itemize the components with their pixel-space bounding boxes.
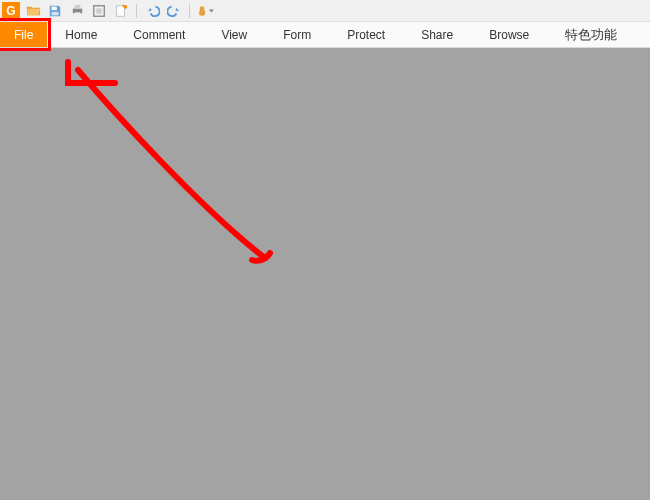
tab-browse[interactable]: Browse	[471, 22, 547, 47]
svg-rect-3	[74, 5, 80, 9]
app-logo-icon[interactable]: G	[2, 2, 20, 20]
new-blank-icon[interactable]	[112, 2, 130, 20]
tab-special-features[interactable]: 特色功能	[547, 22, 635, 47]
undo-icon[interactable]	[143, 2, 161, 20]
tab-protect[interactable]: Protect	[329, 22, 403, 47]
print-icon[interactable]	[68, 2, 86, 20]
svg-rect-7	[117, 5, 125, 16]
toolbar-separator	[189, 4, 190, 18]
tab-home[interactable]: Home	[47, 22, 115, 47]
ribbon-tab-bar: File Home Comment View Form Protect Shar…	[0, 22, 650, 48]
svg-point-8	[124, 4, 128, 8]
tab-comment[interactable]: Comment	[115, 22, 203, 47]
svg-rect-1	[52, 11, 59, 15]
file-tab[interactable]: File	[0, 22, 47, 47]
tab-form[interactable]: Form	[265, 22, 329, 47]
svg-rect-6	[96, 8, 101, 13]
svg-rect-0	[52, 6, 57, 10]
scan-snapshot-icon[interactable]	[90, 2, 108, 20]
tab-view[interactable]: View	[203, 22, 265, 47]
folder-open-icon[interactable]	[24, 2, 42, 20]
hand-tool-icon[interactable]	[196, 2, 214, 20]
quick-access-toolbar: G	[0, 0, 650, 22]
annotation-arrow	[0, 48, 650, 500]
svg-rect-4	[74, 12, 80, 16]
save-icon[interactable]	[46, 2, 64, 20]
toolbar-separator	[136, 4, 137, 18]
redo-icon[interactable]	[165, 2, 183, 20]
tab-share[interactable]: Share	[403, 22, 471, 47]
document-area	[0, 48, 650, 500]
